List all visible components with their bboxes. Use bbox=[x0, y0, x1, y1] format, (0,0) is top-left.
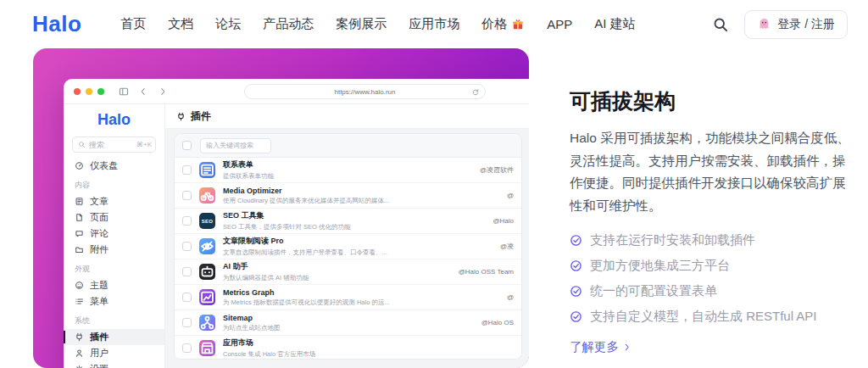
check-circle-icon bbox=[570, 234, 582, 247]
page-header: 插件 bbox=[165, 104, 529, 129]
sidebar-item-仪表盘[interactable]: 仪表盘 bbox=[64, 158, 164, 174]
plugin-rows: 联系表单 提供联系表单功能 @凌霞软件 Media Optimiz bbox=[175, 158, 521, 360]
sidebar-item-插件[interactable]: 插件 bbox=[64, 329, 164, 345]
list-toolbar bbox=[175, 134, 521, 158]
select-all-checkbox[interactable] bbox=[182, 141, 192, 150]
learn-more-link[interactable]: 了解更多 bbox=[570, 339, 858, 355]
robot-icon bbox=[199, 264, 215, 280]
plugin-row[interactable]: Sitemap 为站点生成站点地图 @Halo OS bbox=[175, 310, 521, 336]
plugin-name: 文章限制阅读 Pro bbox=[223, 236, 387, 247]
doc-icon bbox=[75, 197, 84, 206]
plugin-info: SEO 工具集 SEO 工具集，提供多项针对 SEO 优化的功能 bbox=[223, 210, 350, 231]
sidebar-item-评论[interactable]: 评论 bbox=[64, 226, 164, 242]
login-register-button[interactable]: 登录 / 注册 bbox=[744, 10, 848, 39]
row-checkbox[interactable] bbox=[182, 318, 192, 327]
browser-mockup: https://www.halo.run Halo ⌘+K bbox=[64, 79, 529, 368]
admin-console: Halo ⌘+K 仪表盘 内容 bbox=[64, 104, 529, 368]
feature-bullet: 支持在运行时安装和卸载插件 bbox=[570, 232, 858, 248]
sidebar-item-label: 设置 bbox=[90, 363, 108, 368]
nav-item-应用市场[interactable]: 应用市场 bbox=[409, 16, 459, 32]
admin-search-input[interactable] bbox=[89, 141, 133, 149]
nav-item-label: 案例展示 bbox=[336, 16, 387, 32]
nav-item-文档[interactable]: 文档 bbox=[168, 16, 193, 32]
nav-item-label: 价格 bbox=[481, 16, 507, 32]
sidebar-item-label: 评论 bbox=[90, 227, 108, 240]
plugin-row[interactable]: Metrics Graph 为 Metrics 指标数据提供可视化以便更好的观测… bbox=[175, 285, 521, 310]
plugin-name: 应用市场 bbox=[223, 337, 315, 348]
row-checkbox[interactable] bbox=[182, 242, 192, 251]
row-checkbox[interactable] bbox=[182, 191, 192, 200]
row-checkbox[interactable] bbox=[182, 165, 192, 175]
nav-item-论坛[interactable]: 论坛 bbox=[215, 16, 241, 32]
plugin-name: AI 助手 bbox=[223, 261, 309, 272]
plugin-row[interactable]: 应用市场 Console 集成 Halo 官方应用市场 bbox=[175, 336, 521, 360]
url-bar[interactable]: https://www.halo.run bbox=[244, 84, 486, 99]
traffic-light-zoom[interactable] bbox=[97, 88, 104, 95]
plugin-description: 文章自选限制阅读插件，支持用户登录查看、口令查看、... bbox=[223, 248, 387, 257]
plugin-description: SEO 工具集，提供多项针对 SEO 优化的功能 bbox=[223, 223, 350, 231]
plugin-row[interactable]: 文章限制阅读 Pro 文章自选限制阅读插件，支持用户登录查看、口令查看、... … bbox=[175, 234, 521, 259]
feature-bullet: 统一的可配置设置表单 bbox=[570, 283, 858, 299]
back-icon[interactable] bbox=[138, 86, 148, 97]
sidebar-item-label: 插件 bbox=[90, 331, 108, 343]
halo-logo[interactable]: Halo bbox=[32, 11, 81, 37]
reload-icon[interactable] bbox=[471, 88, 480, 97]
row-checkbox[interactable] bbox=[182, 293, 192, 302]
plugin-description: 使用 Cloudinary 提供的服务来优化媒体并提高网站的媒体... bbox=[223, 197, 389, 205]
plugin-publisher: @Halo bbox=[489, 217, 514, 225]
seo-tile: SEO bbox=[199, 213, 215, 229]
plugin-row[interactable]: Media Optimizer 使用 Cloudinary 提供的服务来优化媒体… bbox=[175, 183, 521, 209]
nav-item-产品动态[interactable]: 产品动态 bbox=[263, 16, 314, 32]
sidebar-section-label: 系统 bbox=[75, 315, 164, 326]
folder-icon bbox=[75, 245, 84, 254]
check-circle-icon bbox=[570, 310, 582, 323]
row-checkbox[interactable] bbox=[182, 216, 192, 226]
bike-icon bbox=[199, 187, 215, 204]
plugin-row[interactable]: AI 助手 为默认编辑器提供 AI 辅助功能 @Halo OSS Team bbox=[175, 259, 521, 285]
admin-search-box[interactable]: ⌘+K bbox=[72, 137, 156, 153]
nav-item-AI 建站[interactable]: AI 建站 bbox=[594, 16, 635, 32]
sidebar-item-主题[interactable]: 主题 bbox=[64, 277, 164, 293]
eyeoff-icon bbox=[199, 238, 215, 254]
nav-item-label: 首页 bbox=[120, 16, 146, 32]
plugin-info: 应用市场 Console 集成 Halo 官方应用市场 bbox=[223, 337, 315, 359]
login-register-label: 登录 / 注册 bbox=[777, 17, 835, 32]
forward-icon[interactable] bbox=[158, 86, 168, 97]
search-icon bbox=[78, 141, 86, 148]
feature-bullet: 支持自定义模型，自动生成 RESTful API bbox=[570, 309, 858, 325]
sidebar-item-页面[interactable]: 页面 bbox=[64, 209, 164, 226]
sidebar-section-label: 外观 bbox=[75, 264, 164, 275]
nav-item-案例展示[interactable]: 案例展示 bbox=[336, 16, 387, 32]
sidebar-toggle-icon[interactable] bbox=[119, 86, 129, 97]
check-circle-icon bbox=[570, 259, 582, 272]
sidebar-item-设置[interactable]: 设置 bbox=[64, 361, 164, 368]
chevron-right-icon bbox=[622, 343, 632, 352]
navbar-right: 登录 / 注册 bbox=[712, 10, 848, 39]
sidebar-item-菜单[interactable]: 菜单 bbox=[64, 293, 164, 309]
nav-item-APP[interactable]: APP bbox=[547, 17, 572, 31]
plugin-name: Metrics Graph bbox=[223, 288, 390, 297]
plugin-description: 为 Metrics 指标数据提供可视化以便更好的观测 Halo 的运... bbox=[223, 298, 390, 307]
comment-icon bbox=[75, 229, 84, 238]
sidebar-item-附件[interactable]: 附件 bbox=[64, 242, 164, 258]
nav-item-label: 论坛 bbox=[215, 16, 241, 32]
nav-item-首页[interactable]: 首页 bbox=[120, 16, 146, 32]
sidebar-item-文章[interactable]: 文章 bbox=[64, 193, 164, 209]
search-icon[interactable] bbox=[712, 16, 729, 33]
nav-item-label: APP bbox=[547, 17, 572, 31]
row-checkbox[interactable] bbox=[182, 343, 192, 353]
traffic-light-close[interactable] bbox=[74, 88, 81, 95]
url-text: https://www.halo.run bbox=[334, 88, 395, 96]
row-checkbox[interactable] bbox=[182, 267, 192, 276]
nav-item-价格[interactable]: 价格 bbox=[481, 16, 525, 32]
plugin-row[interactable]: SEO SEO 工具集 SEO 工具集，提供多项针对 SEO 优化的功能 @Ha… bbox=[175, 209, 521, 234]
ghost-avatar-icon bbox=[757, 17, 771, 31]
keyword-search-input[interactable] bbox=[200, 138, 271, 153]
sidebar-item-label: 仪表盘 bbox=[90, 159, 118, 172]
learn-more-label: 了解更多 bbox=[570, 339, 619, 355]
sidebar-item-用户[interactable]: 用户 bbox=[64, 345, 164, 361]
sidebar-item-label: 主题 bbox=[90, 279, 108, 292]
plugin-row[interactable]: 联系表单 提供联系表单功能 @凌霞软件 bbox=[175, 158, 521, 183]
traffic-light-minimize[interactable] bbox=[86, 88, 92, 95]
plugin-info: 联系表单 提供联系表单功能 bbox=[223, 159, 274, 181]
